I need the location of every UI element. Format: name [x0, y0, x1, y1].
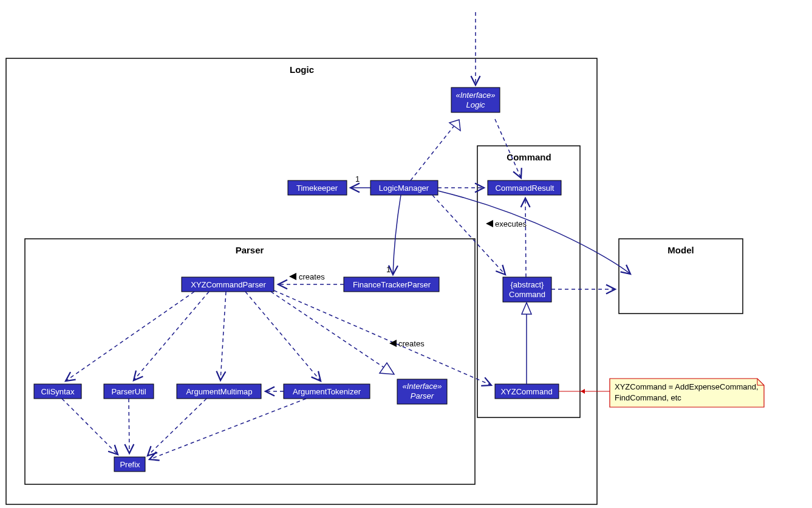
abstract-command-name: Command: [509, 290, 545, 299]
timekeeper-name: Timekeeper: [296, 184, 338, 193]
xyz-command-name: XYZCommand: [500, 387, 552, 396]
edge-command-to-commandresult: [525, 198, 526, 277]
label-creates-1: creates: [299, 272, 325, 281]
label-creates-2: creates: [398, 339, 425, 348]
edge-xyzparser-realizes-parser: [271, 292, 385, 368]
abstract-command-stereotype: {abstract}: [511, 280, 545, 289]
arrowhead-generalization-command: [522, 303, 531, 314]
note-line1: XYZCommand = AddExpenseCommand,: [615, 382, 759, 391]
interface-logic-stereotype: «Interface»: [455, 91, 495, 100]
edge-parserutil-to-prefix: [129, 399, 129, 453]
edge-xyzparser-to-parserutil: [134, 292, 209, 380]
class-abstract-command: {abstract} Command: [503, 277, 551, 302]
arrowhead-realization-logic: [449, 120, 460, 131]
class-cli-syntax: CliSyntax: [34, 384, 81, 399]
edge-logicmanager-to-model: [438, 191, 630, 274]
parser-util-name: ParserUtil: [111, 387, 146, 396]
edge-xyzparser-to-argtokenizer: [245, 292, 321, 381]
note-connector-arrow: [581, 389, 585, 394]
arrowhead-realization-parser: [380, 363, 394, 374]
class-interface-logic: «Interface» Logic: [451, 88, 500, 112]
class-xyz-command-parser: XYZCommandParser: [182, 277, 274, 292]
edge-xyzparser-to-clisyntax: [66, 292, 194, 381]
argument-multimap-name: ArgumentMultimap: [186, 387, 252, 396]
class-prefix: Prefix: [114, 457, 145, 472]
class-argument-tokenizer: ArgumentTokenizer: [284, 384, 370, 399]
prefix-name: Prefix: [120, 460, 140, 469]
multiplicity-timekeeper: 1: [355, 174, 360, 184]
interface-logic-name: Logic: [466, 100, 485, 109]
note-line2: FindCommand, etc: [615, 393, 681, 402]
note-xyzcommand: XYZCommand = AddExpenseCommand, FindComm…: [610, 379, 764, 407]
xyz-command-parser-name: XYZCommandParser: [191, 280, 266, 289]
package-parser-label: Parser: [236, 245, 264, 255]
command-result-name: CommandResult: [496, 184, 554, 193]
edge-argmultimap-to-prefix: [148, 399, 206, 456]
uml-diagram: Logic Model Command Parser «Interface» L…: [0, 0, 812, 508]
class-finance-tracker-parser: FinanceTrackerParser: [344, 277, 439, 292]
label-executes-triangle: [486, 220, 493, 227]
interface-parser-stereotype: «Interface»: [402, 382, 442, 391]
class-logic-manager: LogicManager: [370, 180, 438, 195]
label-creates-1-triangle: [289, 273, 296, 280]
label-creates-2-triangle: [389, 340, 397, 347]
class-interface-parser: «Interface» Parser: [397, 379, 447, 404]
edge-argtokenizer-to-prefix: [149, 399, 306, 459]
class-parser-util: ParserUtil: [104, 384, 154, 399]
package-command-label: Command: [507, 152, 551, 162]
class-argument-multimap: ArgumentMultimap: [177, 384, 261, 399]
edge-xyzparser-to-argmultimap: [220, 292, 226, 380]
package-logic-label: Logic: [290, 64, 314, 75]
label-executes: executes: [495, 219, 527, 228]
argument-tokenizer-name: ArgumentTokenizer: [293, 387, 361, 396]
edge-logicmanager-realizes-logic: [411, 126, 454, 180]
logic-manager-name: LogicManager: [379, 184, 429, 193]
interface-parser-name: Parser: [411, 391, 434, 400]
class-timekeeper: Timekeeper: [288, 180, 347, 195]
package-parser: [25, 239, 475, 484]
package-model-label: Model: [667, 245, 694, 255]
edge-clisyntax-to-prefix: [62, 399, 118, 455]
multiplicity-financeparser: 1: [386, 265, 391, 274]
edge-logicmanager-to-financeparser: [393, 195, 401, 275]
cli-syntax-name: CliSyntax: [41, 387, 75, 396]
class-command-result: CommandResult: [488, 180, 561, 195]
class-xyz-command: XYZCommand: [495, 384, 559, 399]
finance-tracker-parser-name: FinanceTrackerParser: [353, 280, 431, 289]
edge-logic-to-commandresult: [495, 119, 521, 178]
